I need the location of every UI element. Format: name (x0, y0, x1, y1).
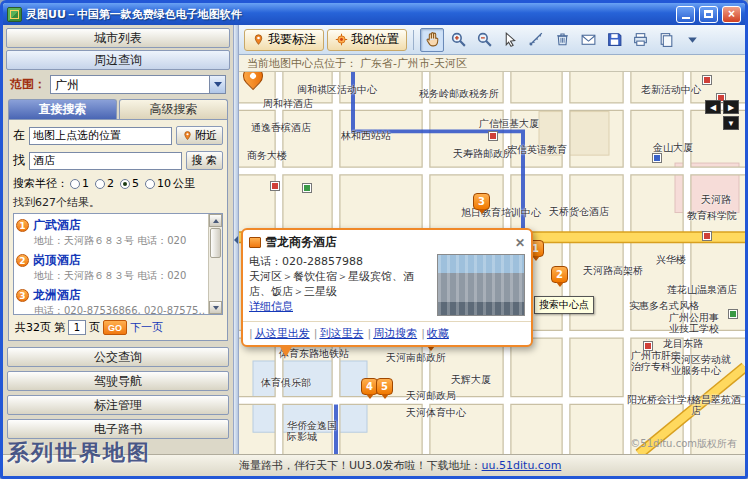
measure-tool[interactable] (524, 28, 548, 52)
poi-icon[interactable] (653, 154, 661, 162)
popup-action-link[interactable]: 收藏 (421, 326, 449, 341)
tab-search[interactable]: 高级搜索 (119, 99, 228, 119)
zoom-out-tool[interactable] (472, 28, 496, 52)
radius-unit: 公里 (173, 176, 195, 191)
keyword-input[interactable] (29, 152, 182, 170)
close-icon: × (728, 8, 735, 20)
nearby-button[interactable]: 附近 (176, 126, 223, 145)
close-button[interactable]: × (722, 6, 741, 23)
map-marker[interactable]: 5 (376, 378, 393, 395)
zoom-in-tool[interactable] (446, 28, 470, 52)
location-target-icon (335, 33, 348, 46)
minimize-icon (682, 17, 690, 19)
sidebar: 城市列表 周边查询 范围： 广州 直接搜索高级搜索 在 附近 (3, 25, 233, 454)
sidebar-item-nearby-query[interactable]: 周边查询 (6, 50, 230, 70)
titlebar: 灵图UU－中国第一款免费绿色电子地图软件 × (3, 3, 745, 25)
list-item[interactable]: 3 龙洲酒店 电话：020-87536866, 020-87575… (16, 287, 206, 314)
pushpin-icon (252, 33, 265, 46)
poi-icon[interactable] (729, 310, 737, 318)
app-window: 灵图UU－中国第一款免费绿色电子地图软件 × 城市列表 周边查询 范围： 广州 … (0, 0, 748, 479)
toolbar-separator (413, 30, 414, 50)
annotate-button[interactable]: 我要标注 (244, 29, 324, 51)
poi-icon[interactable] (489, 132, 497, 140)
pan-right-button[interactable]: ▶ (723, 100, 739, 114)
result-number-badge: 1 (16, 219, 29, 232)
radius-label: 搜索半径： (13, 176, 68, 191)
results-list-box: 1 广武酒店 地址：天河路６８３号 电话：020 2 岗顶酒店 (13, 213, 223, 315)
list-item[interactable]: 1 广武酒店 地址：天河路６８３号 电话：020 (16, 217, 206, 248)
popup-close-icon[interactable]: ✕ (515, 237, 525, 249)
hand-tool[interactable] (420, 28, 444, 52)
status-text: 海量路书，伴行天下！UU3.0发布啦！下载地址： (239, 459, 482, 472)
poi-info-popup: 雪龙商务酒店 ✕ 电话：020-28857988 天河区＞餐饮住宿＞星级宾馆、酒… (241, 228, 533, 347)
sidebar-item[interactable]: 驾驶导航 (7, 371, 229, 391)
popup-actions: 从这里出发到这里去周边搜索收藏 (243, 321, 531, 345)
search-center-tooltip: 搜索中心点 (534, 296, 594, 314)
sidebar-item[interactable]: 标注管理 (7, 395, 229, 415)
print-tool[interactable] (628, 28, 652, 52)
radius-radio[interactable]: 1 (70, 177, 89, 190)
layers-tool[interactable] (654, 28, 678, 52)
page-number-input[interactable] (68, 320, 86, 335)
popup-action-link[interactable]: 从这里出发 (249, 326, 310, 341)
go-button[interactable]: GO (103, 320, 127, 335)
result-name[interactable]: 广武酒店 (33, 217, 81, 234)
map-toolbar: 我要标注 我的位置 (239, 25, 745, 55)
find-label: 找 (13, 152, 25, 169)
popup-action-link[interactable]: 到这里去 (314, 326, 364, 341)
city-select-value: 广州 (51, 76, 209, 93)
results-scrollbar[interactable] (208, 214, 222, 314)
radius-radio[interactable]: 2 (95, 177, 114, 190)
poi-icon[interactable] (703, 232, 711, 240)
page-total: 共32页 (15, 320, 51, 335)
poi-icon[interactable] (271, 182, 279, 190)
map-canvas[interactable]: 闽和祺区活动中心税务岭邮政税务所老新活动中心周和祥酒店通逸香槟酒店林和西站站广信… (239, 72, 745, 454)
scrollbar-thumb[interactable] (210, 228, 221, 258)
poi-icon[interactable] (303, 184, 311, 192)
sidebar-item[interactable]: 电子路书 (7, 419, 229, 439)
minimize-button[interactable] (676, 6, 695, 23)
result-number-badge: 2 (16, 254, 29, 267)
pin-icon (182, 130, 193, 141)
poi-icon[interactable] (703, 76, 711, 84)
result-detail: 地址：天河路６８３号 电话：020 (16, 269, 206, 283)
my-location-button[interactable]: 我的位置 (327, 29, 407, 51)
result-detail: 地址：天河路６８３号 电话：020 (16, 234, 206, 248)
pan-left-button[interactable]: ◀ (705, 100, 721, 114)
popup-action-link[interactable]: 周边搜索 (367, 326, 417, 341)
scrollbar-down-arrow[interactable] (209, 301, 222, 314)
list-item[interactable]: 2 岗顶酒店 地址：天河路６８３号 电话：020 (16, 252, 206, 283)
mail-tool[interactable] (576, 28, 600, 52)
pan-down-button[interactable]: ▼ (723, 116, 739, 130)
next-page-link[interactable]: 下一页 (130, 320, 163, 335)
download-link[interactable]: uu.51ditu.com (482, 459, 562, 472)
search-button[interactable]: 搜 索 (186, 151, 224, 170)
chevron-down-icon[interactable] (209, 76, 225, 93)
save-tool[interactable] (602, 28, 626, 52)
search-form: 在 附近 找 搜 索 搜索半径： 12510 (8, 119, 228, 341)
map-pan-control: ◀ ▶ ▼ (705, 100, 739, 130)
maximize-icon (704, 10, 713, 18)
dropdown-arrow[interactable] (680, 28, 704, 52)
poi-icon[interactable] (644, 342, 652, 350)
map-marker[interactable]: 2 (551, 266, 568, 283)
result-detail: 电话：020-87536866, 020-87575… (16, 304, 206, 314)
result-name[interactable]: 岗顶酒店 (33, 252, 81, 269)
pagination: 共32页 第 页 GO 下一页 (13, 315, 223, 336)
sidebar-item[interactable]: 公交查询 (7, 347, 229, 367)
radius-radio[interactable]: 5 (120, 177, 139, 190)
maximize-button[interactable] (699, 6, 718, 23)
delete-tool[interactable] (550, 28, 574, 52)
window-title: 灵图UU－中国第一款免费绿色电子地图软件 (26, 7, 672, 22)
map-marker[interactable]: 3 (473, 193, 490, 210)
result-name[interactable]: 龙洲酒店 (33, 287, 81, 304)
radius-radio[interactable]: 10 (145, 177, 171, 190)
detail-link[interactable]: 详细信息 (249, 300, 293, 313)
scrollbar-up-arrow[interactable] (209, 214, 222, 227)
results-count: 找到627个结果。 (13, 195, 223, 210)
select-tool[interactable] (498, 28, 522, 52)
tab-search[interactable]: 直接搜索 (8, 99, 117, 119)
city-select[interactable]: 广州 (50, 75, 226, 94)
location-input[interactable] (29, 127, 172, 145)
sidebar-item-city-list[interactable]: 城市列表 (6, 28, 230, 48)
